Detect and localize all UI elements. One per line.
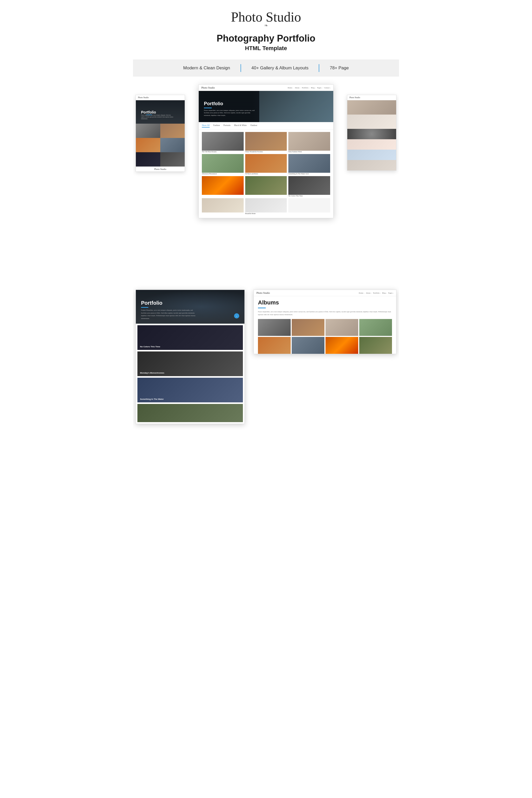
- albums-nav-pages: Pages ›: [388, 292, 394, 294]
- albums-nav-logo: Photo Studio: [256, 291, 270, 294]
- nav-about: About ›: [294, 87, 300, 89]
- bottom-screenshots-row: Portfolio Fuijab Phasellus, arcu non tem…: [136, 290, 396, 424]
- left-hero-text: Portfolio Fusce imperdiet, arcu non temp…: [141, 110, 175, 120]
- photo-curly: [245, 132, 287, 151]
- list-item-1: No Colors This Time: [137, 325, 243, 350]
- feature-gallery: 40+ Gallery & Album Layouts: [241, 65, 319, 71]
- photo-sunset: [245, 154, 287, 173]
- center-hero: Portfolio Fusce imperdiet, arcu non temp…: [199, 91, 333, 122]
- left-footer-logo: Photo Studio: [136, 167, 185, 171]
- dark-hero-section: Portfolio Fuijab Phasellus, arcu non tem…: [136, 290, 244, 324]
- item-curly: These Wonderful Freckles: [245, 132, 287, 153]
- nav-contact: Contact ›: [324, 87, 331, 89]
- albums-desc: Fusce imperdiet, arcu non tempor aliquam…: [254, 310, 396, 319]
- caption-bride: Beautiful Bride: [245, 212, 287, 214]
- albums-nav-portfolio: Portfolio ›: [373, 292, 381, 294]
- right-row-3: [347, 129, 396, 139]
- left-img-1: [136, 124, 160, 138]
- photo-grid: The Old Man Dreams These Wonderful Freck…: [199, 130, 333, 218]
- logo-text: Photo Studio: [138, 11, 394, 24]
- sub-title: HTML Template: [138, 45, 394, 52]
- caption-sunset: Sit Back and Relax: [245, 173, 287, 174]
- right-grid: [347, 100, 396, 170]
- hero-text-block: Portfolio Fusce imperdiet, arcu non temp…: [204, 101, 256, 117]
- dark-portfolio-title: Portfolio: [141, 300, 198, 306]
- right-img-1: [347, 100, 396, 115]
- left-row-1: [136, 124, 185, 138]
- list-caption-1: No Colors This Time: [140, 345, 160, 348]
- right-img-5: [347, 150, 396, 160]
- album-6: [292, 337, 324, 354]
- filter-outdoor[interactable]: Outdoor: [250, 124, 258, 128]
- album-4: [359, 319, 392, 336]
- photo-van: [202, 154, 244, 173]
- center-nav-logo: Photo Studio: [201, 86, 215, 89]
- filter-bw[interactable]: Black & White: [234, 124, 247, 128]
- photo-tree: [245, 176, 287, 195]
- albums-underline: [258, 307, 266, 308]
- left-grid: [136, 124, 185, 167]
- filter-tabs[interactable]: Show All Fashion Portraits Black & White…: [199, 122, 333, 130]
- album-7: [325, 337, 358, 354]
- album-2: [292, 319, 324, 336]
- dark-list: No Colors This Time Monday's Monochromes…: [136, 325, 244, 422]
- list-caption-2: Monday's Monochromes: [140, 372, 164, 374]
- photo-bride: [245, 198, 287, 212]
- item-sea: Something In The Water vol.2: [288, 154, 330, 175]
- albums-nav-about: About ›: [366, 292, 372, 294]
- albums-nav-blog: Blog ›: [382, 292, 387, 294]
- album-5: [258, 337, 291, 354]
- photo-row-4: Beautiful Bride: [202, 198, 330, 215]
- center-nav-links: Home › About › Portfolio › Blog › Pages …: [288, 87, 331, 89]
- dark-blue-dot: ›: [234, 313, 239, 319]
- nav-blog: Blog ›: [311, 87, 316, 89]
- dark-hero-text-block: Portfolio Fuijab Phasellus, arcu non tem…: [141, 300, 198, 320]
- list-caption-3: Something In The Water: [140, 398, 164, 400]
- item-fire: [202, 176, 244, 197]
- left-img-2: [160, 124, 185, 138]
- photo-row-3: No Colors This Time: [202, 176, 330, 197]
- nav-pages: Pages ›: [317, 87, 322, 89]
- photo-sea: [288, 154, 330, 173]
- item-food: [202, 198, 244, 215]
- caption-sea: Something In The Water vol.2: [288, 173, 330, 174]
- left-logo: Photo Studio: [136, 95, 185, 100]
- caption-old-man: The Old Man Dreams: [202, 151, 244, 152]
- hero-camera-bg: [259, 91, 333, 122]
- photo-row-2: Afternoon Photoshoot Sit Back and Relax …: [202, 154, 330, 175]
- nav-portfolio: Portfolio ›: [302, 87, 309, 89]
- albums-nav-links: Home › About › Portfolio › Blog › Pages …: [359, 292, 394, 294]
- right-img-2: [347, 115, 396, 129]
- filter-fashion[interactable]: Fashion: [213, 124, 220, 128]
- screenshot-center: Photo Studio Home › About › Portfolio › …: [198, 84, 334, 218]
- caption-fashion: Paris Fashion Week: [288, 151, 330, 152]
- right-row-5: [347, 150, 396, 160]
- right-row-2: [347, 115, 396, 129]
- hero-underline: [204, 108, 212, 108]
- caption-bw: No Colors This Time: [288, 195, 330, 197]
- right-img-3: [347, 129, 396, 139]
- item-bw: No Colors This Time: [288, 176, 330, 197]
- album-8: [359, 337, 392, 354]
- left-portfolio-title: Portfolio: [141, 110, 175, 114]
- left-row-3: [136, 152, 185, 167]
- left-hero: Portfolio Fusce imperdiet, arcu non temp…: [136, 100, 185, 124]
- item-tree: [245, 176, 287, 197]
- filter-all[interactable]: Show All: [202, 124, 210, 128]
- filter-portraits[interactable]: Portraits: [223, 124, 230, 128]
- item-sunset: Sit Back and Relax: [245, 154, 287, 175]
- item-van: Afternoon Photoshoot: [202, 154, 244, 175]
- dark-portfolio-desc: Fuijab Phasellus, arcu non tempor aliqua…: [141, 309, 198, 320]
- albums-title: Albums: [254, 296, 396, 306]
- right-img-6: [347, 160, 396, 170]
- list-item-2: Monday's Monochromes: [137, 352, 243, 376]
- left-img-3: [136, 138, 160, 152]
- center-nav: Photo Studio Home › About › Portfolio › …: [199, 85, 333, 91]
- right-img-4: [347, 139, 396, 150]
- photo-food: [202, 198, 244, 212]
- feature-pages: 78+ Page: [319, 65, 359, 71]
- albums-grid: [254, 319, 396, 354]
- albums-nav: Photo Studio Home › About › Portfolio › …: [254, 290, 396, 296]
- item-fashion: Paris Fashion Week: [288, 132, 330, 153]
- photo-fashion: [288, 132, 330, 151]
